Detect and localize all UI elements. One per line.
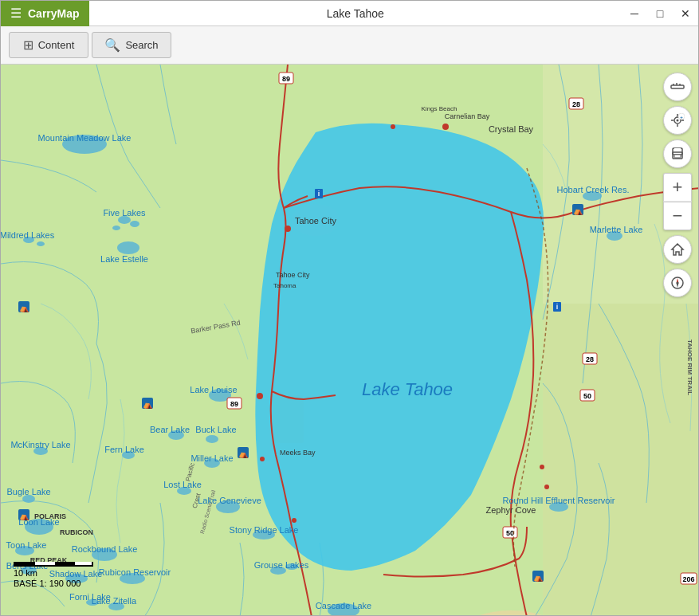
measure-icon [670,80,685,94]
svg-text:Lake Estelle: Lake Estelle [100,254,148,264]
svg-text:⛺: ⛺ [19,303,29,313]
svg-text:McKinstry Lake: McKinstry Lake [10,440,70,449]
svg-text:Kings Beach: Kings Beach [422,105,457,112]
layers-icon: ⊞ [23,37,33,53]
minimize-button[interactable]: ─ [622,1,647,26]
svg-text:Carnelian Bay: Carnelian Bay [445,112,490,120]
svg-text:Fern Lake: Fern Lake [104,445,144,454]
zoom-in-button[interactable]: + [663,173,692,202]
zoom-out-label: − [673,206,683,226]
svg-point-141 [677,120,679,122]
svg-text:Marlette Lake: Marlette Lake [590,225,643,234]
print-button[interactable] [663,139,692,168]
compass-button[interactable] [663,269,692,297]
svg-rect-151 [674,148,681,151]
svg-point-79 [285,226,291,232]
svg-text:Buck Lake: Buck Lake [195,425,236,434]
svg-text:RUBICON: RUBICON [60,528,93,536]
svg-text:⛺: ⛺ [238,449,249,459]
content-button[interactable]: ⊞ Content [9,32,88,58]
maximize-button[interactable]: □ [647,1,673,26]
zoom-out-button[interactable]: − [663,202,692,230]
svg-point-84 [544,485,549,489]
svg-text:+: + [680,115,683,120]
svg-text:Lake Tahoe: Lake Tahoe [362,379,453,399]
svg-text:Rubicon Reservoir: Rubicon Reservoir [99,567,171,577]
svg-text:Stony Ridge Lake: Stony Ridge Lake [230,525,299,535]
print-icon [670,147,685,161]
svg-text:50: 50 [583,392,591,400]
compass-icon [670,276,685,290]
svg-text:Zephyr Cove: Zephyr Cove [486,505,536,515]
toolbar: ⊞ Content 🔍 Search [1,26,698,65]
svg-text:89: 89 [230,400,238,408]
close-button[interactable]: ✕ [673,1,698,26]
svg-text:Crystal Bay: Crystal Bay [489,124,534,134]
measure-button[interactable] [663,73,692,101]
svg-text:206: 206 [682,575,694,583]
svg-text:Tahoe City: Tahoe City [295,216,336,226]
titlebar-left: ☰ CarryMap [1,1,89,26]
svg-text:Five Lakes: Five Lakes [103,208,146,218]
svg-text:⛺: ⛺ [573,206,583,216]
search-icon: 🔍 [104,37,120,53]
svg-text:Lake Louise: Lake Louise [190,385,237,394]
scale-bar: 10 km BASÉ 1: 190 000 [14,562,93,588]
svg-text:Mildred Lakes: Mildred Lakes [1,230,55,240]
svg-point-83 [540,465,544,469]
svg-point-82 [292,518,296,523]
svg-text:Bear Lake: Bear Lake [150,425,190,434]
svg-point-81 [260,457,265,461]
svg-point-9 [112,226,120,230]
svg-point-11 [37,241,45,246]
svg-point-19 [206,435,218,443]
locate-icon: + [670,113,685,128]
svg-text:Mountain Meadow Lake: Mountain Meadow Lake [38,133,132,143]
locate-button[interactable]: + [663,106,692,135]
svg-text:89: 89 [282,75,290,83]
home-icon [670,242,685,257]
window-title: Lake Tahoe [89,7,622,20]
svg-rect-150 [674,155,681,158]
map-container[interactable]: 89 89 89 28 28 50 50 206 i i i i [1,65,699,616]
svg-text:TAHOE RIM TRAIL: TAHOE RIM TRAIL [686,339,693,395]
search-button[interactable]: 🔍 Search [92,32,171,58]
scale-label: 10 km [14,568,37,578]
scale-ratio: BASÉ 1: 190 000 [14,579,81,588]
svg-text:Lost Lake: Lost Lake [163,480,202,489]
svg-point-77 [442,124,449,130]
svg-text:⛺: ⛺ [143,399,153,410]
svg-text:Toon Lake: Toon Lake [6,540,47,550]
scale-line [14,562,93,567]
svg-rect-5 [543,304,699,616]
map-svg: 89 89 89 28 28 50 50 206 i i i i [1,65,699,616]
svg-text:Tahoe City: Tahoe City [276,271,310,279]
zoom-in-label: + [673,177,683,198]
app-title: CarryMap [28,7,80,20]
titlebar: ☰ CarryMap Lake Tahoe ─ □ ✕ [1,1,698,26]
svg-point-80 [257,393,263,399]
svg-text:Cascade Lake: Cascade Lake [316,601,371,610]
svg-text:i: i [556,303,559,311]
svg-text:Round Hill Effluent Reservoir: Round Hill Effluent Reservoir [502,496,615,505]
svg-text:POLARIS: POLARIS [34,512,66,520]
svg-text:Hobart Creek Res.: Hobart Creek Res. [556,185,629,194]
home-button[interactable] [663,235,692,264]
svg-point-78 [391,124,395,129]
svg-point-155 [677,282,679,284]
svg-text:Rockbound Lake: Rockbound Lake [72,544,138,554]
content-label: Content [38,39,75,51]
svg-text:⛺: ⛺ [533,572,544,583]
hamburger-icon: ☰ [10,6,22,21]
svg-text:Tahoma: Tahoma [273,282,296,289]
svg-text:Meeks Bay: Meeks Bay [280,449,316,457]
svg-rect-136 [671,85,684,88]
svg-text:Forni Lake: Forni Lake [69,592,111,602]
window-controls: ─ □ ✕ [622,1,698,26]
svg-text:28: 28 [572,100,580,108]
svg-text:Bugle Lake: Bugle Lake [6,487,50,496]
svg-point-8 [130,221,139,227]
svg-text:i: i [318,190,320,198]
map-controls: + + − [663,73,692,297]
svg-text:Miller Lake: Miller Lake [190,453,233,463]
